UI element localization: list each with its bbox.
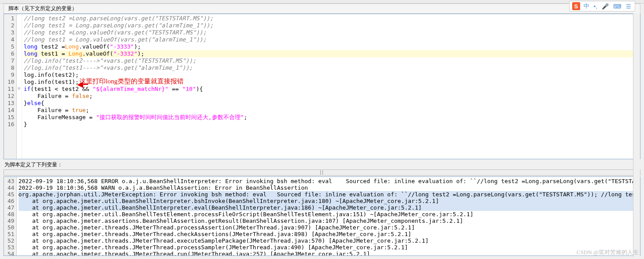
script-section-label: 脚本（见下文所定义的变量） — [4, 4, 640, 14]
log-line-number: 45 — [7, 191, 15, 198]
log-panel[interactable]: 434445464748495051525354 2022-09-19 18:1… — [4, 176, 640, 256]
line-number: 3 — [7, 29, 15, 36]
log-line-number: 52 — [7, 237, 15, 244]
log-line-number: 50 — [7, 224, 15, 231]
log-line[interactable]: org.apache.jorphan.util.JMeterException:… — [19, 191, 640, 198]
fold-toggle — [17, 120, 22, 127]
ime-punct-toggle[interactable]: •, — [593, 3, 598, 10]
log-line-number: 47 — [7, 204, 15, 211]
line-number: 12 — [7, 93, 15, 100]
code-line[interactable]: long test2 =Long.valueOf("-3333"); — [24, 43, 638, 50]
fold-toggle — [17, 42, 22, 49]
line-number: 6 — [7, 50, 15, 57]
log-line[interactable]: at org.apache.jmeter.threads.JMeterThrea… — [19, 244, 640, 251]
code-line[interactable]: long test1 = Long.valueOf("-3332"); — [24, 50, 638, 57]
log-line[interactable]: at org.apache.jmeter.util.BeanShellInter… — [19, 198, 640, 204]
log-line-number: 43 — [7, 178, 15, 184]
log-line[interactable]: at org.apache.jmeter.threads.JMeterThrea… — [19, 237, 640, 244]
fold-toggle — [17, 49, 22, 56]
log-line[interactable]: at org.apache.jmeter.util.BeanShellTestE… — [19, 211, 640, 218]
log-line-number: 49 — [7, 218, 15, 224]
ime-voice-icon[interactable]: 🎤 — [601, 3, 610, 10]
log-line[interactable]: at org.apache.jmeter.util.BeanShellInter… — [19, 204, 640, 211]
ime-lang-toggle[interactable]: 中 — [583, 2, 590, 10]
code-line[interactable]: }else{ — [24, 100, 638, 107]
fold-toggle — [17, 78, 22, 85]
fold-toggle — [17, 21, 22, 28]
code-line[interactable]: //log.info("test2---->"+vars.get("TESTST… — [24, 57, 638, 64]
code-line[interactable]: } — [24, 121, 638, 128]
log-line-number: 46 — [7, 198, 15, 204]
fold-toggle — [17, 14, 22, 21]
log-line-number: 51 — [7, 231, 15, 237]
fold-toggle — [17, 106, 22, 113]
line-number-gutter: 12345678910111213141516 — [4, 14, 17, 159]
log-line[interactable]: at org.apache.jmeter.threads.JMeterThrea… — [19, 224, 640, 231]
error-annotation-text: 这里打印long类型的变量就直接报错 — [79, 77, 184, 86]
line-number: 10 — [7, 79, 15, 86]
log-line-number: 48 — [7, 211, 15, 218]
log-line-gutter: 434445464748495051525354 — [4, 177, 17, 255]
code-line[interactable]: Failure = false; — [24, 93, 638, 100]
csdn-watermark: CSDN @笑对苦难的人生 — [577, 248, 639, 256]
log-body[interactable]: 2022-09-19 18:10:36,568 ERROR o.a.j.u.Be… — [17, 177, 640, 255]
script-editor[interactable]: 12345678910111213141516 ⊟ //long test2 =… — [4, 14, 640, 159]
code-line[interactable]: //long test1 = Long.valueOf(vars.get("al… — [24, 36, 638, 43]
fold-toggle[interactable]: ⊟ — [17, 85, 22, 92]
line-number: 4 — [7, 36, 15, 43]
code-line[interactable]: if(test1 < test2 && "${alarmTime_matchNr… — [24, 86, 638, 93]
log-line-number: 54 — [7, 251, 15, 256]
line-number: 7 — [7, 57, 15, 64]
line-number: 2 — [7, 22, 15, 29]
log-line[interactable]: at org.apache.jmeter.threads.JMeterThrea… — [19, 231, 640, 237]
line-number: 13 — [7, 100, 15, 107]
horizontal-splitter[interactable] — [4, 169, 640, 176]
code-area[interactable]: //long test2 =Long.parseLong(vars.get("T… — [22, 14, 640, 159]
ime-menu-icon[interactable]: ☰ — [625, 3, 632, 10]
line-number: 8 — [7, 64, 15, 71]
line-number: 9 — [7, 71, 15, 79]
log-line-number: 44 — [7, 184, 15, 191]
line-number: 5 — [7, 43, 15, 50]
log-line[interactable]: 2022-09-19 18:10:36,568 ERROR o.a.j.u.Be… — [19, 178, 640, 184]
code-line[interactable]: //long test2 =Long.parseLong(vars.get("T… — [24, 15, 638, 22]
fold-toggle — [17, 71, 22, 78]
fold-toggle — [17, 64, 22, 71]
log-line[interactable]: at org.apache.jmeter.assertions.BeanShel… — [19, 218, 640, 224]
line-number: 15 — [7, 114, 15, 121]
line-number: 16 — [7, 121, 15, 128]
code-line[interactable]: Failure = true; — [24, 107, 638, 114]
window-top-bar — [0, 0, 644, 4]
fold-toggle — [17, 56, 22, 64]
log-line-number: 53 — [7, 244, 15, 251]
line-number: 1 — [7, 15, 15, 22]
fold-toggle — [17, 92, 22, 99]
ime-keyboard-icon[interactable]: ⌨ — [612, 3, 622, 10]
fold-toggle — [17, 113, 22, 120]
fold-toggle — [17, 35, 22, 42]
fold-toggle — [17, 99, 22, 106]
line-number: 11 — [7, 86, 15, 93]
vertical-scrollbar[interactable] — [633, 13, 640, 257]
vars-defined-label: 为脚本定义了下列变量： — [4, 161, 640, 169]
code-line[interactable]: //log.info("test1---->"+vars.get("alarmT… — [24, 64, 638, 71]
sogou-ime-logo[interactable]: S — [572, 2, 580, 10]
fold-toggle — [17, 28, 22, 35]
line-number: 14 — [7, 107, 15, 114]
log-line[interactable]: 2022-09-19 18:10:36,568 WARN o.a.j.a.Bea… — [19, 184, 640, 191]
fold-gutter[interactable]: ⊟ — [17, 14, 22, 159]
code-line[interactable]: //long test1 = Long.parseLong(vars.get("… — [24, 22, 638, 29]
code-line[interactable]: //long test2 =Long.valueOf(vars.get("TES… — [24, 29, 638, 36]
code-line[interactable]: FailureMessage = "接口获取的报警时间时间值比当前时间还大,参数… — [24, 114, 638, 121]
log-line[interactable]: at org.apache.jmeter.threads.JMeterThrea… — [19, 251, 640, 255]
ime-toolbar[interactable]: S 中 •, 🎤 ⌨ ☰ — [569, 1, 635, 11]
